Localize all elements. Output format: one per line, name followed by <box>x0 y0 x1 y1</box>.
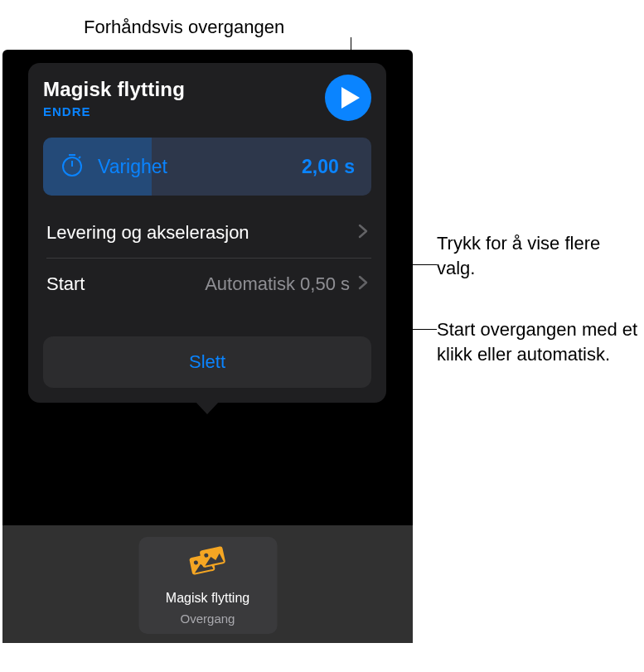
thumbnail-subtitle: Overgang <box>181 612 235 626</box>
delete-button[interactable]: Slett <box>43 336 371 388</box>
options-list: Levering og akselerasjon Start Automatis… <box>43 207 371 310</box>
change-button[interactable]: ENDRE <box>43 104 185 118</box>
preview-play-button[interactable] <box>325 75 371 121</box>
duration-slider[interactable]: Varighet 2,00 s <box>43 138 371 196</box>
transition-popover: Magisk flytting ENDRE Varighet 2,00 <box>28 63 386 403</box>
play-icon <box>341 87 360 109</box>
start-value: Automatisk 0,50 s <box>205 273 350 295</box>
stopwatch-icon <box>60 152 85 181</box>
thumbnail-strip: Magisk flytting Overgang <box>2 525 413 643</box>
popover-header: Magisk flytting ENDRE <box>43 78 371 121</box>
duration-label: Varighet <box>98 156 167 178</box>
popover-title-block: Magisk flytting ENDRE <box>43 78 185 118</box>
device-panel: Magisk flytting ENDRE Varighet 2,00 <box>2 50 413 643</box>
start-row[interactable]: Start Automatisk 0,50 s <box>43 259 371 310</box>
transition-icon <box>186 545 230 582</box>
callout-preview: Forhåndsvis overgangen <box>84 15 284 40</box>
delivery-row[interactable]: Levering og akselerasjon <box>43 207 371 259</box>
svg-rect-6 <box>200 546 226 568</box>
chevron-right-icon <box>358 275 368 294</box>
svg-line-3 <box>79 157 80 158</box>
thumbnail-title: Magisk flytting <box>166 591 249 606</box>
callout-start-mode: Start overgangen med et klikk eller auto… <box>437 317 644 366</box>
transition-thumbnail[interactable]: Magisk flytting Overgang <box>138 537 277 634</box>
chevron-right-icon <box>358 224 368 243</box>
popover-title: Magisk flytting <box>43 78 185 101</box>
callout-more-options: Trykk for å vise flere valg. <box>437 231 627 280</box>
duration-value: 2,00 s <box>302 156 355 178</box>
popover-caret <box>195 401 220 414</box>
start-label: Start <box>46 273 85 295</box>
delivery-label: Levering og akselerasjon <box>46 222 249 244</box>
